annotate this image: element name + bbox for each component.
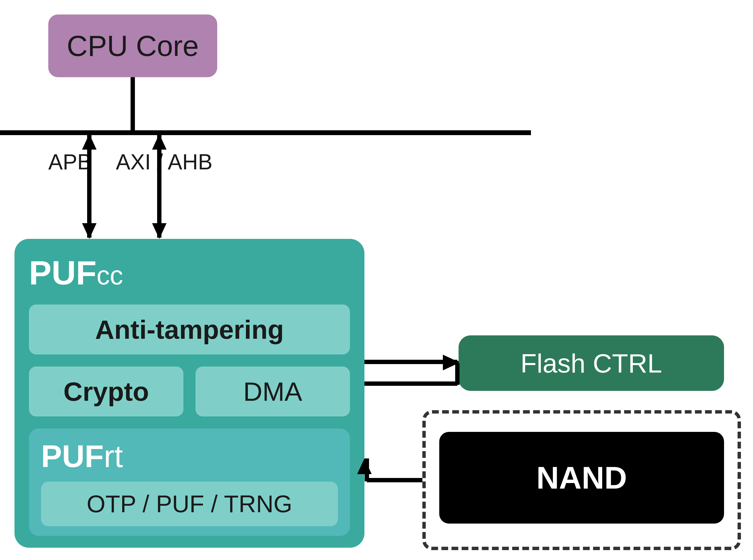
bus-line [0, 130, 531, 135]
nand-label: NAND [536, 460, 627, 496]
apb-label: APB [48, 149, 92, 175]
pufrt-sub: rt [104, 439, 123, 474]
dma-box: DMA [196, 366, 350, 417]
flash-ctrl-box: Flash CTRL [459, 335, 724, 391]
pufrt-box: PUFrt OTP / PUF / TRNG [29, 428, 350, 536]
anti-tampering-label: Anti-tampering [95, 315, 284, 344]
pufrt-title: PUFrt [41, 438, 338, 474]
pufrt-bold: PUF [41, 439, 104, 474]
pufcc-box: PUFcc Anti-tampering Crypto DMA PUFrt OT… [15, 239, 364, 548]
svg-marker-3 [82, 223, 97, 239]
crypto-label: Crypto [63, 377, 149, 406]
cpu-core-box: CPU Core [48, 15, 217, 77]
dma-label: DMA [243, 377, 302, 406]
nand-inner-box: NAND [439, 432, 724, 524]
svg-marker-10 [443, 356, 459, 371]
crypto-box: Crypto [29, 366, 183, 417]
svg-marker-2 [82, 134, 97, 149]
diagram-container: CPU Core APB AXI / AHB PUFcc Anti-tamper… [0, 0, 753, 560]
svg-marker-12 [443, 355, 459, 369]
pufcc-bold: PUF [29, 254, 97, 292]
pufcc-title: PUFcc [29, 253, 350, 293]
anti-tampering-box: Anti-tampering [29, 304, 350, 355]
pufcc-sub: cc [97, 260, 123, 290]
axi-label: AXI / AHB [116, 149, 212, 175]
otp-box: OTP / PUF / TRNG [41, 482, 338, 526]
flash-ctrl-label: Flash CTRL [520, 348, 662, 379]
otp-label: OTP / PUF / TRNG [87, 490, 292, 517]
svg-marker-6 [152, 223, 166, 239]
crypto-dma-row: Crypto DMA [29, 366, 350, 417]
cpu-core-label: CPU Core [67, 29, 199, 62]
svg-marker-5 [152, 134, 166, 149]
